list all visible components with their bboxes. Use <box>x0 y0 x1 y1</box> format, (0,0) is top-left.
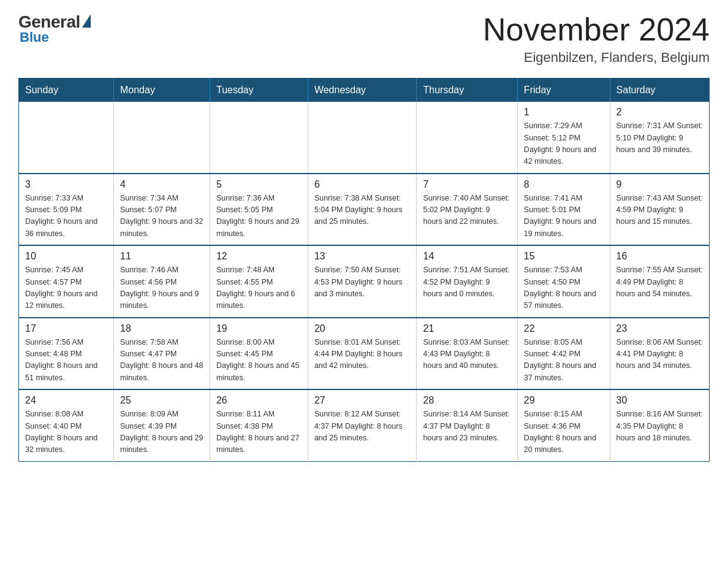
day-number: 4 <box>120 179 203 190</box>
location-text: Eigenbilzen, Flanders, Belgium <box>483 50 710 66</box>
calendar-cell: 5Sunrise: 7:36 AM Sunset: 5:05 PM Daylig… <box>210 174 308 246</box>
calendar-cell: 4Sunrise: 7:34 AM Sunset: 5:07 PM Daylig… <box>113 174 210 246</box>
day-info: Sunrise: 8:03 AM Sunset: 4:43 PM Dayligh… <box>423 337 510 372</box>
day-number: 29 <box>524 395 604 406</box>
day-info: Sunrise: 7:58 AM Sunset: 4:47 PM Dayligh… <box>120 337 203 385</box>
logo-blue-text: Blue <box>20 29 49 45</box>
day-number: 28 <box>423 395 510 406</box>
calendar-cell <box>417 102 517 174</box>
day-number: 17 <box>25 323 107 334</box>
calendar-cell: 26Sunrise: 8:11 AM Sunset: 4:38 PM Dayli… <box>210 389 308 461</box>
day-number: 13 <box>314 251 411 262</box>
day-number: 21 <box>423 323 510 334</box>
calendar-cell: 19Sunrise: 8:00 AM Sunset: 4:45 PM Dayli… <box>210 318 308 390</box>
day-info: Sunrise: 7:29 AM Sunset: 5:12 PM Dayligh… <box>524 120 604 168</box>
day-number: 14 <box>423 251 510 262</box>
day-info: Sunrise: 7:50 AM Sunset: 4:53 PM Dayligh… <box>314 264 411 300</box>
day-number: 10 <box>25 251 107 262</box>
day-info: Sunrise: 7:41 AM Sunset: 5:01 PM Dayligh… <box>524 193 604 240</box>
day-info: Sunrise: 7:31 AM Sunset: 5:10 PM Dayligh… <box>616 120 703 156</box>
day-number: 27 <box>314 395 411 406</box>
calendar-cell: 9Sunrise: 7:43 AM Sunset: 4:59 PM Daylig… <box>610 174 709 246</box>
calendar-cell: 18Sunrise: 7:58 AM Sunset: 4:47 PM Dayli… <box>113 318 210 390</box>
day-number: 30 <box>616 395 703 406</box>
title-section: November 2024 Eigenbilzen, Flanders, Bel… <box>483 12 710 66</box>
day-number: 18 <box>120 323 203 334</box>
calendar-cell: 22Sunrise: 8:05 AM Sunset: 4:42 PM Dayli… <box>517 318 610 390</box>
day-number: 11 <box>120 251 203 262</box>
calendar-cell: 17Sunrise: 7:56 AM Sunset: 4:48 PM Dayli… <box>19 318 114 390</box>
calendar-cell: 2Sunrise: 7:31 AM Sunset: 5:10 PM Daylig… <box>610 102 709 174</box>
header-sunday: Sunday <box>19 79 114 102</box>
day-number: 25 <box>120 395 203 406</box>
day-info: Sunrise: 8:06 AM Sunset: 4:41 PM Dayligh… <box>616 337 703 372</box>
logo-triangle-icon <box>82 14 91 28</box>
calendar-cell: 12Sunrise: 7:48 AM Sunset: 4:55 PM Dayli… <box>210 245 308 318</box>
page-header: General Blue November 2024 Eigenbilzen, … <box>18 12 710 66</box>
day-number: 1 <box>524 107 604 118</box>
day-info: Sunrise: 7:51 AM Sunset: 4:52 PM Dayligh… <box>423 264 510 300</box>
calendar-cell <box>210 102 308 174</box>
day-info: Sunrise: 8:11 AM Sunset: 4:38 PM Dayligh… <box>216 408 301 456</box>
day-info: Sunrise: 8:15 AM Sunset: 4:36 PM Dayligh… <box>524 408 604 456</box>
logo: General Blue <box>18 12 91 45</box>
calendar-cell <box>113 102 210 174</box>
header-thursday: Thursday <box>417 79 517 102</box>
day-number: 5 <box>216 179 301 190</box>
day-info: Sunrise: 8:12 AM Sunset: 4:37 PM Dayligh… <box>314 408 411 444</box>
day-info: Sunrise: 7:45 AM Sunset: 4:57 PM Dayligh… <box>25 264 107 312</box>
day-info: Sunrise: 8:01 AM Sunset: 4:44 PM Dayligh… <box>314 337 411 372</box>
calendar-cell: 13Sunrise: 7:50 AM Sunset: 4:53 PM Dayli… <box>308 245 417 318</box>
calendar-cell <box>19 102 114 174</box>
day-info: Sunrise: 8:08 AM Sunset: 4:40 PM Dayligh… <box>25 408 107 456</box>
calendar-week-row: 1Sunrise: 7:29 AM Sunset: 5:12 PM Daylig… <box>19 102 710 174</box>
day-number: 9 <box>616 179 703 190</box>
day-number: 3 <box>25 179 107 190</box>
calendar-cell: 6Sunrise: 7:38 AM Sunset: 5:04 PM Daylig… <box>308 174 417 246</box>
calendar-cell: 27Sunrise: 8:12 AM Sunset: 4:37 PM Dayli… <box>308 389 417 461</box>
day-info: Sunrise: 7:36 AM Sunset: 5:05 PM Dayligh… <box>216 193 301 240</box>
month-title: November 2024 <box>483 12 710 47</box>
calendar-cell: 1Sunrise: 7:29 AM Sunset: 5:12 PM Daylig… <box>517 102 610 174</box>
calendar-cell: 8Sunrise: 7:41 AM Sunset: 5:01 PM Daylig… <box>517 174 610 246</box>
calendar-cell: 14Sunrise: 7:51 AM Sunset: 4:52 PM Dayli… <box>417 245 517 318</box>
calendar-cell: 7Sunrise: 7:40 AM Sunset: 5:02 PM Daylig… <box>417 174 517 246</box>
calendar-cell: 29Sunrise: 8:15 AM Sunset: 4:36 PM Dayli… <box>517 389 610 461</box>
calendar-table: SundayMondayTuesdayWednesdayThursdayFrid… <box>18 78 710 462</box>
day-info: Sunrise: 7:55 AM Sunset: 4:49 PM Dayligh… <box>616 264 703 300</box>
day-number: 22 <box>524 323 604 334</box>
calendar-cell <box>308 102 417 174</box>
day-number: 6 <box>314 179 411 190</box>
day-info: Sunrise: 7:38 AM Sunset: 5:04 PM Dayligh… <box>314 193 411 228</box>
day-info: Sunrise: 7:48 AM Sunset: 4:55 PM Dayligh… <box>216 264 301 312</box>
day-number: 7 <box>423 179 510 190</box>
header-friday: Friday <box>517 79 610 102</box>
calendar-week-row: 17Sunrise: 7:56 AM Sunset: 4:48 PM Dayli… <box>19 318 710 390</box>
calendar-week-row: 10Sunrise: 7:45 AM Sunset: 4:57 PM Dayli… <box>19 245 710 318</box>
day-info: Sunrise: 7:46 AM Sunset: 4:56 PM Dayligh… <box>120 264 203 312</box>
calendar-cell: 11Sunrise: 7:46 AM Sunset: 4:56 PM Dayli… <box>113 245 210 318</box>
day-number: 8 <box>524 179 604 190</box>
day-number: 20 <box>314 323 411 334</box>
day-number: 12 <box>216 251 301 262</box>
calendar-cell: 23Sunrise: 8:06 AM Sunset: 4:41 PM Dayli… <box>610 318 709 390</box>
day-info: Sunrise: 7:43 AM Sunset: 4:59 PM Dayligh… <box>616 193 703 228</box>
day-number: 2 <box>616 107 703 118</box>
calendar-cell: 15Sunrise: 7:53 AM Sunset: 4:50 PM Dayli… <box>517 245 610 318</box>
day-number: 15 <box>524 251 604 262</box>
day-info: Sunrise: 8:05 AM Sunset: 4:42 PM Dayligh… <box>524 337 604 385</box>
day-info: Sunrise: 7:53 AM Sunset: 4:50 PM Dayligh… <box>524 264 604 312</box>
calendar-week-row: 24Sunrise: 8:08 AM Sunset: 4:40 PM Dayli… <box>19 389 710 461</box>
calendar-cell: 16Sunrise: 7:55 AM Sunset: 4:49 PM Dayli… <box>610 245 709 318</box>
day-info: Sunrise: 7:56 AM Sunset: 4:48 PM Dayligh… <box>25 337 107 385</box>
header-tuesday: Tuesday <box>210 79 308 102</box>
day-info: Sunrise: 7:40 AM Sunset: 5:02 PM Dayligh… <box>423 193 510 228</box>
day-info: Sunrise: 8:00 AM Sunset: 4:45 PM Dayligh… <box>216 337 301 385</box>
day-number: 26 <box>216 395 301 406</box>
calendar-header-row: SundayMondayTuesdayWednesdayThursdayFrid… <box>19 79 710 102</box>
calendar-cell: 24Sunrise: 8:08 AM Sunset: 4:40 PM Dayli… <box>19 389 114 461</box>
calendar-cell: 25Sunrise: 8:09 AM Sunset: 4:39 PM Dayli… <box>113 389 210 461</box>
day-number: 23 <box>616 323 703 334</box>
calendar-cell: 28Sunrise: 8:14 AM Sunset: 4:37 PM Dayli… <box>417 389 517 461</box>
header-wednesday: Wednesday <box>308 79 417 102</box>
